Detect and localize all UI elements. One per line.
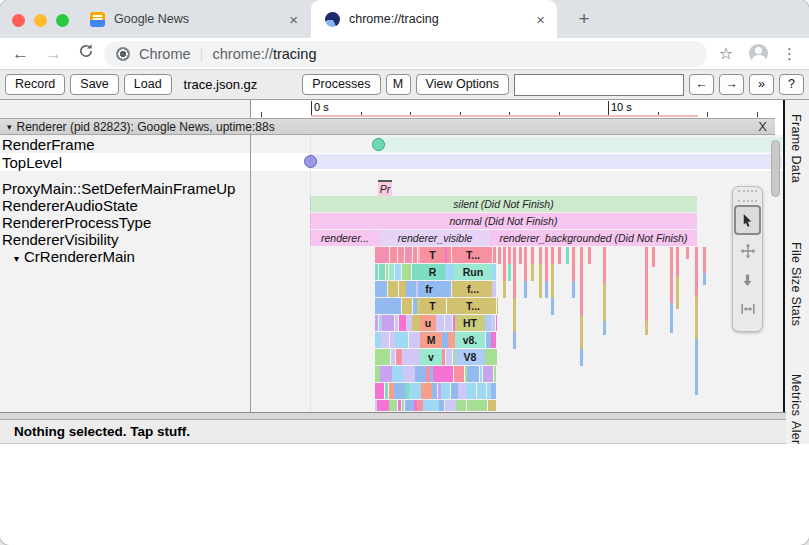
trace-spike-slice[interactable] xyxy=(695,297,698,339)
trace-slice[interactable] xyxy=(496,315,497,331)
trace-spike-slice[interactable] xyxy=(703,273,706,285)
trace-slice[interactable] xyxy=(445,400,456,411)
trace-spike-slice[interactable] xyxy=(572,247,575,281)
traffic-light-minimize[interactable] xyxy=(34,14,47,27)
reload-icon[interactable] xyxy=(78,43,94,64)
trace-slice[interactable] xyxy=(403,366,415,382)
trace-slice-labeled[interactable]: f... xyxy=(454,281,492,297)
trace-slice[interactable] xyxy=(395,264,402,280)
trace-slice[interactable] xyxy=(483,366,493,382)
track-label[interactable]: RenderFrame xyxy=(0,136,250,153)
trace-spike-slice[interactable] xyxy=(531,264,534,281)
trace-slice[interactable] xyxy=(405,383,409,399)
save-button[interactable]: Save xyxy=(70,74,119,95)
track-label[interactable]: ▾CrRendererMain xyxy=(0,248,250,265)
trace-slice[interactable] xyxy=(395,332,400,348)
bookmark-star-icon[interactable]: ☆ xyxy=(719,44,733,63)
trace-slice[interactable] xyxy=(400,332,408,348)
track-label[interactable]: TopLevel xyxy=(0,154,250,171)
new-tab-button[interactable]: + xyxy=(572,7,596,31)
trace-spike-slice[interactable] xyxy=(545,281,548,298)
trace-slice[interactable] xyxy=(389,264,395,280)
trace-spike-slice[interactable] xyxy=(566,247,569,264)
trace-slice[interactable] xyxy=(497,298,498,314)
trace-slice[interactable] xyxy=(467,366,479,382)
trace-spike-slice[interactable] xyxy=(551,264,554,298)
trace-slice[interactable] xyxy=(409,332,420,348)
trace-spike-slice[interactable] xyxy=(580,315,583,349)
trace-slice[interactable] xyxy=(406,281,415,297)
trace-slice[interactable] xyxy=(478,400,487,411)
trace-slice[interactable] xyxy=(375,281,387,297)
trace-slice[interactable] xyxy=(379,264,385,280)
trace-slice[interactable] xyxy=(399,281,406,297)
trace-slice-labeled[interactable]: T... xyxy=(454,247,492,263)
profile-avatar[interactable] xyxy=(749,44,768,63)
collapse-controls-button[interactable]: » xyxy=(749,74,774,95)
trace-slice[interactable] xyxy=(390,332,395,348)
trace-slice[interactable] xyxy=(484,349,496,365)
back-icon[interactable]: ← xyxy=(12,44,29,64)
trace-slice[interactable] xyxy=(392,366,402,382)
trace-spike-slice[interactable] xyxy=(695,339,698,395)
trace-slice[interactable] xyxy=(496,349,497,365)
trace-slice[interactable] xyxy=(391,349,396,365)
trace-slice[interactable] xyxy=(487,383,491,399)
record-button[interactable]: Record xyxy=(5,74,65,95)
trace-slice[interactable] xyxy=(398,247,405,263)
trace-spike-slice[interactable] xyxy=(645,247,648,321)
trace-slice[interactable] xyxy=(375,315,378,331)
trace-slice[interactable] xyxy=(439,400,444,411)
track-label[interactable]: ProxyMain::SetDeferMainFrameUp xyxy=(0,180,250,197)
trace-slice[interactable] xyxy=(412,264,417,280)
traffic-light-zoom[interactable] xyxy=(56,14,69,27)
find-previous-button[interactable]: ← xyxy=(689,74,714,95)
trace-spike-slice[interactable] xyxy=(545,247,548,281)
omnibox[interactable]: Chrome | chrome:// tracing xyxy=(104,41,707,67)
trace-slice[interactable] xyxy=(402,264,411,280)
trace-slice[interactable] xyxy=(406,315,412,331)
trace-spike-slice[interactable] xyxy=(513,332,516,349)
trace-slice[interactable] xyxy=(413,298,417,314)
trace-spike-slice[interactable] xyxy=(513,298,516,332)
trace-slice[interactable] xyxy=(390,247,397,263)
trace-spike-slice[interactable] xyxy=(503,247,506,281)
trace-slice[interactable] xyxy=(494,366,497,382)
trace-slice-labeled[interactable]: V8 xyxy=(455,349,485,365)
trace-slice[interactable] xyxy=(394,383,405,399)
trace-slice[interactable] xyxy=(398,400,401,411)
trace-slice[interactable] xyxy=(445,315,453,331)
processes-button[interactable]: Processes xyxy=(302,74,380,95)
trace-slice-labeled[interactable]: v xyxy=(420,349,442,365)
state-slice[interactable]: silent (Did Not Finish) xyxy=(310,196,697,212)
trace-slice[interactable] xyxy=(386,349,390,365)
trace-spike-slice[interactable] xyxy=(603,283,606,321)
trace-slice[interactable] xyxy=(389,298,397,314)
trace-slice[interactable] xyxy=(466,383,476,399)
trace-slice[interactable] xyxy=(494,264,496,280)
trace-slice[interactable] xyxy=(381,332,389,348)
forward-icon[interactable]: → xyxy=(45,44,62,64)
trace-spike-slice[interactable] xyxy=(498,247,501,264)
selection-tool-button[interactable] xyxy=(734,205,761,235)
trace-slice[interactable] xyxy=(389,383,394,399)
trace-spike-slice[interactable] xyxy=(508,247,511,264)
trace-spike-slice[interactable] xyxy=(531,247,534,264)
trace-spike-slice[interactable] xyxy=(676,247,679,277)
browser-menu-icon[interactable]: ⋮ xyxy=(782,45,797,63)
trace-slice[interactable] xyxy=(451,383,458,399)
collapse-arrow-icon[interactable]: ▾ xyxy=(14,253,19,264)
trace-slice[interactable] xyxy=(477,383,487,399)
trace-slice[interactable] xyxy=(375,332,381,348)
track-label[interactable]: RendererAudioState xyxy=(0,197,250,214)
trace-slice-labeled[interactable]: fr xyxy=(418,281,440,297)
trace-slice[interactable] xyxy=(389,400,397,411)
trace-slice[interactable] xyxy=(441,281,451,297)
trace-spike-slice[interactable] xyxy=(645,321,648,335)
trace-slice-labeled[interactable]: T xyxy=(420,298,445,314)
trace-slice[interactable] xyxy=(399,315,406,331)
trace-slice[interactable] xyxy=(378,383,384,399)
trace-slice-labeled[interactable]: HT xyxy=(455,315,485,331)
timeline-ruler[interactable]: 0 s10 s xyxy=(250,100,787,118)
state-slice[interactable]: Pr xyxy=(378,180,392,197)
